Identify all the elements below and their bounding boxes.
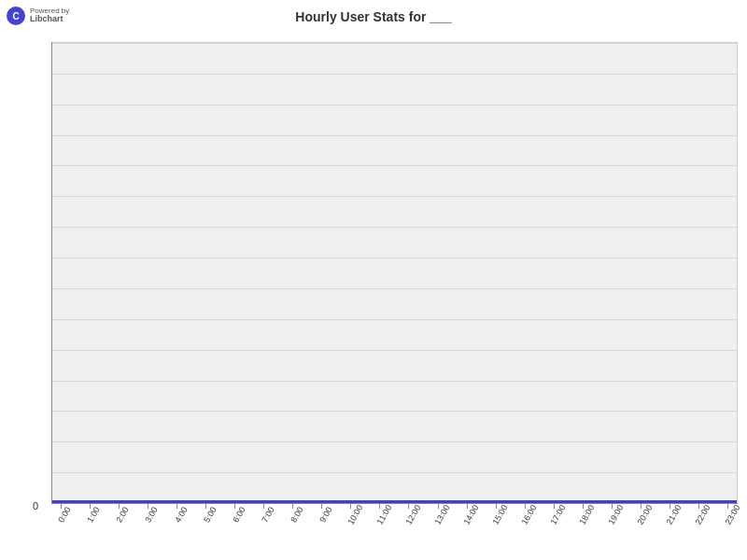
x-tick-label: 19:00	[607, 503, 626, 526]
x-tick-label: 14:00	[461, 503, 480, 526]
x-tick: 17:00	[544, 504, 563, 522]
x-tick-line	[408, 504, 409, 509]
x-tick-line	[496, 504, 497, 509]
x-tick: 9:00	[313, 504, 331, 522]
x-tick-line	[641, 504, 641, 509]
grid-line	[52, 411, 737, 412]
x-tick-line	[612, 504, 613, 509]
x-tick: 13:00	[429, 504, 447, 522]
x-tick-line	[176, 504, 177, 509]
x-tick: 3:00	[138, 504, 157, 522]
x-tick-label: 4:00	[173, 505, 189, 524]
x-tick: 11:00	[371, 504, 389, 522]
x-tick-label: 0:00	[57, 505, 73, 524]
x-tick-label: 9:00	[317, 505, 333, 524]
page-wrapper: C Powered by Libchart Hourly User Stats …	[0, 0, 747, 560]
x-tick: 12:00	[400, 504, 418, 522]
x-tick: 2:00	[109, 504, 128, 522]
x-tick-label: 22:00	[694, 503, 712, 526]
x-tick-line	[350, 504, 351, 509]
x-tick-label: 3:00	[144, 505, 160, 524]
x-tick-line	[205, 504, 206, 509]
chart-inner	[52, 43, 737, 503]
x-tick-label: 13:00	[432, 503, 451, 526]
x-tick: 16:00	[515, 504, 534, 522]
grid-line	[52, 441, 737, 442]
x-tick: 10:00	[342, 504, 360, 522]
x-tick-line	[669, 504, 670, 509]
x-tick: 7:00	[255, 504, 274, 522]
x-tick-line	[525, 504, 526, 509]
x-tick-line	[263, 504, 264, 509]
x-tick-label: 8:00	[289, 505, 304, 524]
x-tick-line	[292, 504, 293, 509]
x-tick-label: 12:00	[403, 503, 422, 526]
x-tick-label: 15:00	[491, 503, 510, 526]
x-tick: 22:00	[690, 504, 709, 522]
grid-line	[52, 288, 737, 289]
x-tick-line	[379, 504, 380, 509]
x-tick: 14:00	[458, 504, 476, 522]
x-tick: 1:00	[80, 504, 99, 522]
grid-line	[52, 105, 737, 105]
grid-line	[52, 381, 737, 382]
x-tick-line	[148, 504, 148, 509]
x-tick: 4:00	[167, 504, 186, 522]
x-tick-label: 23:00	[723, 503, 741, 526]
x-tick-label: 16:00	[520, 503, 539, 526]
x-tick-label: 7:00	[260, 505, 275, 524]
chart-title: Hourly User Stats for ___	[0, 9, 747, 24]
x-tick-label: 18:00	[578, 503, 597, 526]
x-tick-line	[119, 504, 120, 509]
grid-line	[52, 227, 737, 228]
chart-area	[51, 42, 738, 504]
x-tick-label: 1:00	[86, 505, 102, 524]
x-tick: 15:00	[486, 504, 505, 522]
x-tick-line	[554, 504, 555, 509]
x-tick-line	[467, 504, 468, 509]
grid-line	[52, 74, 737, 75]
x-tick-line	[583, 504, 584, 509]
x-tick: 21:00	[661, 504, 680, 522]
x-tick-line	[438, 504, 439, 509]
x-tick-label: 21:00	[665, 503, 684, 526]
x-tick-label: 6:00	[231, 505, 247, 524]
x-tick-label: 11:00	[374, 503, 393, 526]
x-tick-line	[321, 504, 322, 509]
x-tick: 18:00	[573, 504, 592, 522]
x-tick: 8:00	[284, 504, 303, 522]
x-tick: 23:00	[719, 504, 738, 522]
grid-line	[52, 135, 737, 136]
x-tick-line	[727, 504, 728, 509]
y-axis-zero-label: 0	[33, 500, 38, 511]
x-tick-label: 17:00	[549, 503, 568, 526]
grid-line	[52, 319, 737, 320]
grid-line	[52, 472, 737, 473]
x-tick: 20:00	[632, 504, 651, 522]
x-tick-line	[698, 504, 699, 509]
grid-line	[52, 258, 737, 259]
x-tick-label: 10:00	[345, 503, 364, 526]
x-tick-line	[90, 504, 91, 509]
grid-line	[52, 43, 737, 44]
x-tick-line	[234, 504, 235, 509]
x-tick: 0:00	[51, 504, 70, 522]
x-tick-label: 20:00	[636, 503, 655, 526]
grid-line	[52, 350, 737, 351]
grid-lines	[52, 43, 737, 503]
x-tick: 6:00	[225, 504, 244, 522]
x-tick-label: 2:00	[115, 505, 131, 524]
x-axis: 0:001:002:003:004:005:006:007:008:009:00…	[51, 504, 738, 555]
x-tick: 5:00	[196, 504, 215, 522]
x-tick-line	[61, 504, 62, 509]
x-tick-label: 5:00	[202, 505, 218, 524]
grid-line	[52, 165, 737, 166]
grid-line	[52, 196, 737, 197]
axis-left	[51, 42, 52, 504]
x-tick: 19:00	[602, 504, 621, 522]
